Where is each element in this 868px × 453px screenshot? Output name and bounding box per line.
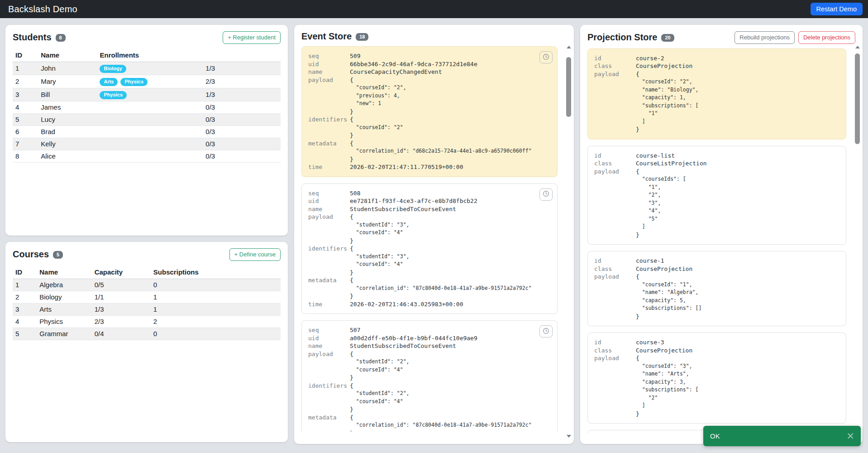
close-icon[interactable]: ✕ [846, 431, 854, 441]
field-value: CourseProjection [636, 347, 692, 355]
clock-icon-button[interactable] [539, 325, 553, 337]
toast-message: OK [710, 432, 720, 440]
enrollment-badge: Physics [100, 91, 127, 99]
enrollment-badge: Biology [100, 65, 126, 73]
scroll-up-arrow-icon[interactable] [855, 46, 860, 48]
scroll-up-arrow-icon[interactable] [567, 46, 571, 48]
field-label: payload [594, 70, 636, 78]
field-value: { "courseIds": [ "1", "2", "3", "4", "5"… [636, 168, 686, 239]
column-header: Subscriptions [151, 265, 281, 279]
projection-store-scrollbar[interactable] [854, 46, 860, 438]
projection-card: idcourse-3classCourseProjectionpayload{ … [587, 333, 846, 424]
field-label: uid [308, 197, 350, 205]
projection-store-title: Projection Store [587, 32, 657, 43]
field-value: CourseListProjection [636, 159, 707, 168]
field-label: name [308, 68, 350, 76]
column-header: Name [38, 48, 97, 62]
field-value: { "correlation_id": "d68c2a15-724a-44e1-… [350, 140, 532, 164]
field-label: name [308, 205, 350, 213]
students-title: Students [13, 32, 52, 43]
field-value: course-1 [636, 257, 664, 265]
enrollment-badge: Physics [120, 78, 148, 86]
field-label: name [308, 342, 350, 350]
field-label: uid [308, 334, 350, 342]
projection-card: idcourse-2classCourseProjectionpayload{ … [587, 48, 846, 140]
event-store-panel: Event Store 18 seq509uid66bbe346-2c9d-46… [294, 25, 574, 444]
event-store-scrollbar[interactable] [566, 46, 572, 438]
column-header: Enrollments [97, 48, 203, 62]
table-row: 8Alice0/3 [13, 150, 281, 162]
field-value: 66bbe346-2c9d-46af-9dca-737712d1e84e [350, 60, 477, 68]
clock-icon-button[interactable] [539, 188, 553, 201]
field-label: class [594, 347, 636, 355]
field-label: metadata [308, 276, 350, 284]
students-table: IDNameEnrollments 1JohnBiology1/32MaryAr… [13, 48, 281, 163]
field-value: 2026-02-20T21:46:43.025983+00:00 [350, 300, 463, 308]
table-row: 4James0/3 [13, 101, 281, 113]
projection-card: idcourse-1classCourseProjectionpayload{ … [587, 251, 846, 326]
field-label: metadata [308, 414, 350, 422]
field-label: class [594, 159, 636, 168]
projection-card: idcourse-listclassCourseListProjectionpa… [587, 146, 846, 245]
courses-table: IDNameCapacitySubscriptions 1Algebra0/50… [13, 265, 281, 340]
field-value: { "studentId": "2", "courseId": "4"} [350, 350, 410, 382]
table-row: 1JohnBiology1/3 [13, 62, 281, 75]
main-content: Students 8 + Register student IDNameEnro… [0, 18, 868, 444]
table-row: 3Arts1/31 [13, 303, 281, 315]
field-value: CourseCapacityChangedEvent [350, 68, 442, 76]
field-value: ee7281f1-f93f-4ce3-af7c-e8b7d8fbcb22 [350, 197, 477, 205]
field-value: { "courseId": "3", "name": "Arts", "capa… [636, 354, 698, 418]
field-label: payload [594, 273, 636, 281]
field-label: seq [308, 326, 350, 334]
field-value: course-2 [636, 54, 664, 63]
field-value: { "studentId": "3", "courseId": "4"} [350, 213, 410, 245]
clock-icon-button[interactable] [539, 51, 553, 63]
field-label: seq [308, 52, 350, 60]
clock-icon [543, 190, 549, 198]
rebuild-projections-button[interactable]: Rebuild projections [734, 31, 795, 44]
courses-count-badge: 5 [53, 251, 63, 259]
field-label: identifiers [308, 382, 350, 390]
field-value: { "courseId": "2"} [350, 116, 403, 140]
courses-panel: Courses 5 + Define course IDNameCapacity… [5, 242, 288, 442]
event-store-count-badge: 18 [356, 33, 368, 41]
table-row: 6Brad0/3 [13, 125, 281, 138]
table-row: 5Lucy0/3 [13, 113, 281, 125]
students-panel: Students 8 + Register student IDNameEnro… [5, 25, 288, 236]
table-row: 1Algebra0/50 [13, 279, 281, 291]
field-label: metadata [308, 140, 350, 148]
success-toast: OK ✕ [703, 426, 861, 446]
event-card: seq509uid66bbe346-2c9d-46af-9dca-737712d… [301, 46, 558, 177]
clock-icon [543, 53, 549, 62]
top-bar: Backslash Demo Restart Demo [0, 0, 868, 18]
projection-store-panel: Projection Store 20 Rebuild projections … [580, 25, 863, 444]
delete-projections-button[interactable]: Delete projections [798, 31, 855, 44]
scrollbar-thumb[interactable] [855, 53, 860, 144]
scrollbar-thumb[interactable] [566, 57, 571, 117]
field-label: id [594, 338, 636, 347]
field-value: { "courseId": "1", "name": "Algebra", "c… [636, 273, 701, 320]
table-row: 3BillPhysics1/3 [13, 88, 281, 101]
define-course-button[interactable]: + Define course [229, 248, 281, 261]
field-label: payload [594, 168, 636, 176]
field-label: payload [594, 354, 636, 362]
scroll-down-arrow-icon[interactable] [567, 435, 571, 438]
field-value: course-list [636, 152, 675, 160]
projection-card-list: idcourse-2classCourseProjectionpayload{ … [587, 48, 846, 434]
field-value: StudentSubscribedToCourseEvent [350, 342, 456, 350]
field-label: payload [308, 76, 350, 84]
field-label: payload [308, 350, 350, 358]
register-student-button[interactable]: + Register student [223, 31, 281, 44]
enrollment-badge: Arts [100, 78, 118, 86]
field-value: 509 [350, 52, 360, 60]
field-value: { "correlation_id": "87c8040d-0e18-41a7-… [350, 414, 532, 432]
field-label: class [594, 265, 636, 273]
field-value: CourseProjection [636, 62, 692, 70]
field-value: { "correlation_id": "87c8040d-0e18-41a7-… [350, 276, 532, 300]
projection-store-count-badge: 20 [661, 34, 674, 42]
field-value: CourseProjection [636, 265, 692, 273]
table-row: 5Grammar0/40 [13, 328, 281, 340]
restart-demo-button[interactable]: Restart Demo [811, 3, 863, 15]
column-header: ID [13, 265, 37, 279]
field-value: { "studentId": "3", "courseId": "4"} [350, 245, 410, 276]
